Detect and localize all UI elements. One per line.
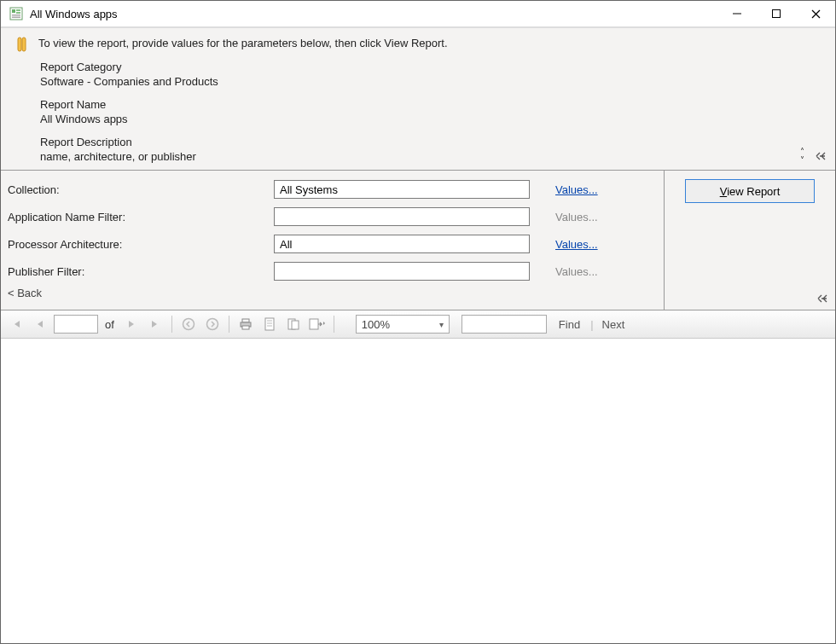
zoom-dropdown[interactable]: 100% ▾ [356, 315, 450, 334]
desc-label: Report Description [40, 136, 821, 148]
svg-rect-5 [12, 17, 20, 19]
view-report-accel: V [720, 185, 727, 198]
svg-rect-7 [773, 10, 781, 18]
name-value: All Windows apps [40, 113, 821, 125]
svg-rect-23 [310, 319, 318, 329]
param-label: Publisher Filter: [8, 265, 274, 278]
app-icon [9, 7, 23, 20]
last-page-button[interactable] [145, 314, 165, 334]
report-window: All Windows apps To view the report, pro… [0, 0, 836, 644]
separator [334, 316, 334, 333]
zoom-value: 100% [362, 318, 390, 331]
values-link[interactable]: Values... [555, 238, 598, 251]
param-row-collection: Collection: Values... [8, 176, 657, 203]
report-body [1, 339, 835, 643]
info-icon [15, 37, 30, 52]
titlebar: All Windows apps [1, 1, 835, 27]
param-label: Application Name Filter: [8, 211, 274, 223]
svg-rect-1 [12, 9, 15, 13]
category-label: Report Category [40, 61, 821, 73]
processor-arch-input[interactable] [274, 235, 530, 253]
values-link[interactable]: Values... [555, 183, 598, 196]
view-report-button[interactable]: View Report [685, 179, 815, 203]
info-panel: To view the report, provide values for t… [1, 27, 835, 170]
instruction-text: To view the report, provide values for t… [38, 37, 448, 49]
find-next-button[interactable]: Next [602, 318, 625, 331]
svg-rect-16 [242, 326, 249, 329]
report-viewer-toolbar: of 100% ▾ Find [1, 310, 835, 339]
back-link[interactable]: < Back [8, 285, 657, 305]
close-button[interactable] [796, 1, 835, 26]
collapse-icon[interactable] [816, 293, 828, 305]
separator [229, 316, 229, 333]
chevron-down-icon[interactable]: ˅ [800, 156, 804, 165]
param-row-arch: Processor Architecture: Values... [8, 230, 657, 258]
maximize-button[interactable] [757, 1, 796, 26]
svg-point-13 [206, 319, 218, 330]
view-report-text: iew Report [727, 185, 780, 198]
collection-input[interactable] [274, 180, 530, 199]
svg-rect-22 [292, 321, 299, 329]
find-button[interactable]: Find [559, 318, 580, 331]
values-link-disabled: Values... [555, 211, 598, 223]
separator [171, 316, 172, 333]
parameters-panel: Collection: Values... Application Name F… [1, 170, 835, 310]
svg-rect-14 [242, 319, 249, 322]
svg-rect-4 [12, 15, 20, 16]
separator: | [590, 318, 593, 331]
chevron-down-icon: ▾ [439, 320, 444, 329]
publisher-filter-input[interactable] [274, 262, 530, 281]
minimize-button[interactable] [717, 1, 757, 26]
window-title: All Windows apps [30, 8, 118, 20]
name-label: Report Name [40, 98, 821, 111]
svg-rect-2 [16, 9, 20, 11]
param-label: Processor Architecture: [8, 238, 274, 251]
forward-nav-button[interactable] [202, 314, 223, 334]
param-row-appname: Application Name Filter: Values... [8, 203, 657, 230]
values-link-disabled: Values... [555, 265, 598, 278]
svg-point-12 [183, 319, 194, 330]
find-input[interactable] [462, 315, 547, 334]
param-row-publisher: Publisher Filter: Values... [8, 258, 657, 285]
page-of-label: of [105, 318, 114, 331]
scroll-updown[interactable]: ˄ ˅ [800, 148, 804, 165]
page-setup-button[interactable] [283, 314, 304, 334]
svg-rect-17 [265, 318, 274, 330]
app-name-filter-input[interactable] [274, 207, 530, 226]
desc-value: name, architecture, or publisher [40, 150, 821, 163]
print-layout-button[interactable] [259, 314, 280, 334]
back-nav-button[interactable] [178, 314, 199, 334]
export-button[interactable] [307, 314, 328, 334]
collapse-icon[interactable] [815, 150, 827, 162]
svg-rect-11 [22, 38, 26, 51]
page-number-input[interactable] [54, 315, 98, 334]
next-page-button[interactable] [121, 314, 142, 334]
svg-rect-10 [18, 38, 21, 51]
category-value: Software - Companies and Products [40, 75, 821, 88]
param-label: Collection: [8, 183, 274, 196]
svg-rect-3 [16, 12, 20, 14]
first-page-button[interactable] [6, 314, 26, 334]
print-button[interactable] [235, 314, 256, 334]
prev-page-button[interactable] [30, 314, 50, 334]
